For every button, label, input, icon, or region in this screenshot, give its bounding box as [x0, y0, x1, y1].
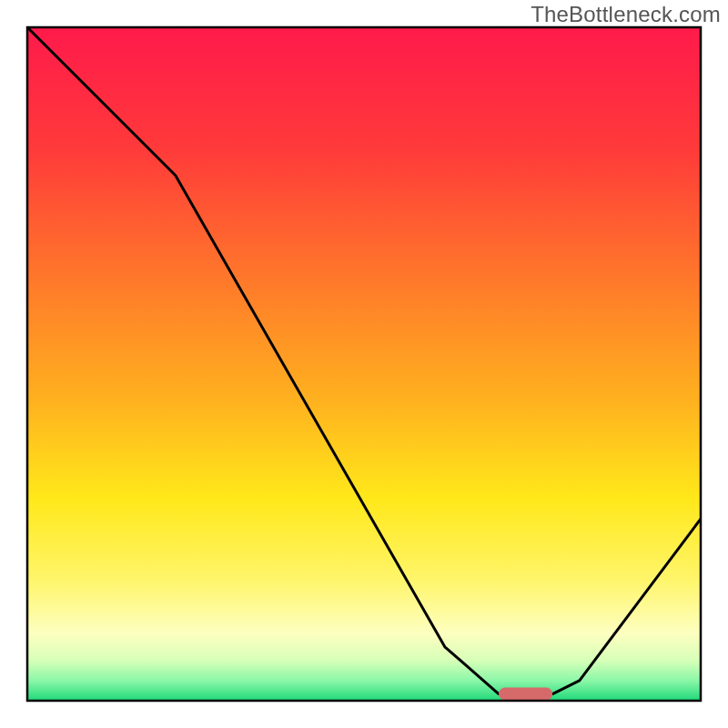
sweet-spot-marker	[499, 688, 552, 701]
watermark-text: TheBottleneck.com	[531, 2, 721, 27]
bottleneck-chart	[0, 0, 728, 728]
chart-stage: TheBottleneck.com	[0, 0, 728, 728]
